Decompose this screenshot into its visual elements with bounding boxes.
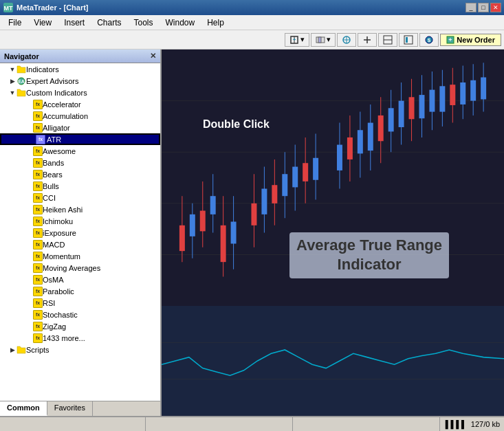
svg-text:+: + (293, 36, 296, 43)
tree-item-alligator[interactable]: fx Alligator (0, 122, 160, 133)
item-label: ZigZag (43, 322, 66, 331)
indicator-icon: fx (33, 252, 43, 261)
svg-text:EA: EA (18, 79, 25, 84)
svg-rect-72 (429, 90, 435, 112)
svg-rect-30 (190, 214, 195, 236)
svg-rect-66 (399, 101, 404, 127)
ea-folder-icon: EA (17, 76, 26, 86)
window-controls: _ □ ✕ (465, 3, 501, 12)
app-icon: MT (3, 2, 14, 13)
tree-item-awesome[interactable]: fx Awesome (0, 145, 160, 157)
tree-item-bulls[interactable]: fx Bulls (0, 180, 160, 192)
item-label: 1433 more... (43, 334, 85, 342)
svg-rect-60 (368, 123, 373, 151)
item-label: Accelerator (43, 100, 81, 109)
indicator-icon: fx (33, 310, 43, 320)
toolbar: + ▾ ▾ $ + New Order (0, 30, 504, 49)
menu-charts[interactable]: Charts (91, 16, 127, 29)
tree-item-atr[interactable]: fx ATR (0, 133, 160, 145)
tab-favorites[interactable]: Favorites (47, 401, 93, 416)
item-label: Awesome (43, 147, 76, 155)
indicator-icon: fx (33, 228, 43, 238)
tree-item-accumulation[interactable]: fx Accumulation (0, 110, 160, 122)
tree-item-momentum[interactable]: fx Momentum (0, 250, 160, 262)
item-label: Alligator (43, 124, 70, 132)
tree-container[interactable]: ▼ Indicators ▶ EA Expert Advisors ▼ (0, 63, 160, 401)
tree-item-bands[interactable]: fx Bands (0, 157, 160, 168)
tree-item-macd[interactable]: fx MACD (0, 239, 160, 250)
svg-rect-70 (419, 95, 424, 118)
toolbar-btn-2[interactable]: ▾ (311, 33, 336, 47)
toolbar-btn-5[interactable] (378, 33, 397, 47)
expand-ci-icon: ▼ (8, 89, 17, 97)
ea-label: Expert Advisors (26, 77, 78, 85)
tree-item-accelerator[interactable]: fx Accelerator (0, 98, 160, 110)
svg-rect-28 (179, 225, 185, 251)
tree-item-zigzag[interactable]: fx ZigZag (0, 320, 160, 332)
new-order-button[interactable]: + New Order (440, 34, 501, 46)
menu-tools[interactable]: Tools (129, 16, 159, 29)
item-label: Bulls (43, 182, 59, 190)
toolbar-btn-4[interactable] (358, 33, 377, 47)
navigator-panel: Navigator ✕ ▼ Indicators ▶ EA Expert Adv… (0, 49, 162, 416)
chart-area[interactable]: Double Click Average True Range Indicato… (162, 49, 504, 416)
svg-rect-38 (231, 222, 237, 244)
navigator-close-button[interactable]: ✕ (150, 52, 156, 60)
tree-expert-advisors[interactable]: ▶ EA Expert Advisors (0, 75, 160, 87)
item-label: OsMA (43, 276, 64, 284)
svg-rect-52 (313, 158, 318, 180)
indicator-icon: fx (33, 111, 43, 121)
indicators-folder-icon (17, 65, 26, 74)
scripts-folder-icon (17, 345, 26, 355)
toolbar-btn-7[interactable]: $ (419, 33, 439, 47)
tree-item-more[interactable]: fx 1433 more... (0, 332, 160, 344)
indicator-icon: fx (33, 205, 43, 214)
menu-view[interactable]: View (28, 16, 57, 29)
tree-item-osma[interactable]: fx OsMA (0, 274, 160, 285)
tree-item-cci[interactable]: fx CCI (0, 192, 160, 203)
tree-item-heiken-ashi[interactable]: fx Heiken Ashi (0, 203, 160, 215)
menu-window[interactable]: Window (160, 16, 201, 29)
main-content: Navigator ✕ ▼ Indicators ▶ EA Expert Adv… (0, 49, 504, 416)
maximize-button[interactable]: □ (478, 3, 489, 12)
toolbar-btn-3[interactable] (337, 33, 356, 47)
tree-item-ichimoku[interactable]: fx Ichimoku (0, 215, 160, 227)
toolbar-btn-1[interactable]: + ▾ (285, 33, 309, 47)
indicator-icon: fx (33, 146, 43, 156)
tree-item-bears[interactable]: fx Bears (0, 168, 160, 180)
atr-chart (162, 306, 504, 416)
svg-rect-15 (406, 37, 408, 43)
navigator-tabs: Common Favorites (0, 401, 160, 416)
atr-label-tree: ATR (47, 135, 61, 144)
svg-rect-48 (292, 167, 298, 188)
tree-item-moving-averages[interactable]: fx Moving Averages (0, 262, 160, 274)
minimize-button[interactable]: _ (465, 3, 476, 12)
menu-insert[interactable]: Insert (58, 16, 90, 29)
tree-item-stochastic[interactable]: fx Stochastic (0, 309, 160, 320)
indicator-icon: fx (33, 100, 43, 109)
indicator-icon: fx (33, 170, 43, 179)
item-label: iExposure (43, 229, 76, 237)
toolbar-btn-6[interactable] (399, 33, 418, 47)
item-label: Bears (43, 170, 63, 179)
close-button[interactable]: ✕ (490, 3, 501, 12)
scripts-label: Scripts (26, 346, 50, 354)
tree-custom-indicators[interactable]: ▼ Custom Indicators (0, 87, 160, 98)
tree-item-iexposure[interactable]: fx iExposure (0, 227, 160, 239)
svg-rect-46 (282, 174, 287, 196)
tree-indicators[interactable]: ▼ Indicators (0, 63, 160, 75)
menu-help[interactable]: Help (201, 16, 230, 29)
item-label: CCI (43, 194, 56, 202)
indicator-icon: fx (33, 123, 43, 133)
svg-rect-36 (221, 225, 226, 262)
tab-common[interactable]: Common (0, 401, 47, 416)
svg-rect-40 (251, 203, 256, 225)
item-label: Moving Averages (43, 264, 100, 272)
tree-item-parabolic[interactable]: fx Parabolic (0, 285, 160, 297)
menu-file[interactable]: File (3, 16, 27, 29)
tree-scripts[interactable]: ▶ Scripts (0, 344, 160, 355)
svg-rect-54 (337, 145, 342, 170)
indicator-icon: fx (33, 333, 43, 343)
svg-rect-78 (460, 82, 465, 104)
tree-item-rsi[interactable]: fx RSI (0, 297, 160, 309)
